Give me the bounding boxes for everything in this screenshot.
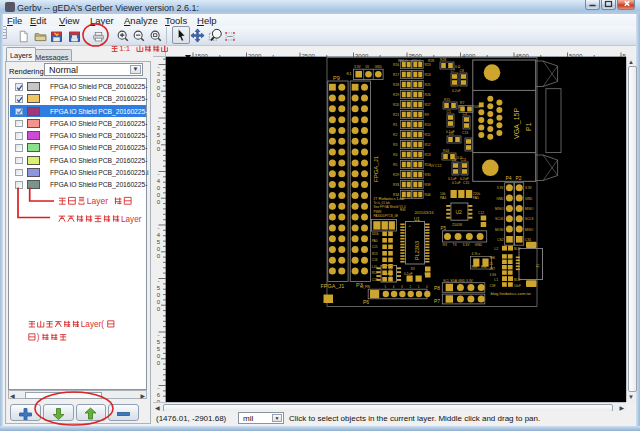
- svg-text:Layer: Layer: [87, 196, 108, 206]
- svg-text:Layer: Layer: [121, 215, 142, 224]
- svg-text:): ): [37, 333, 40, 342]
- svg-text:Layer(: Layer(: [81, 320, 104, 329]
- svg-text:1:1: 1:1: [119, 44, 131, 53]
